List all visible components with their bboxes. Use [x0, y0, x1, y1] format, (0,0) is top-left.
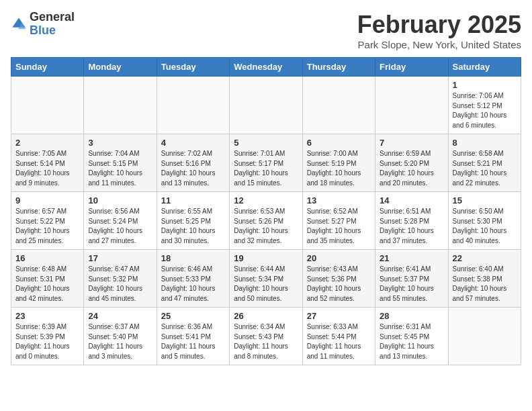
calendar-cell: 25Sunrise: 6:36 AMSunset: 5:41 PMDayligh…	[157, 308, 229, 365]
calendar-day-header: Thursday	[302, 58, 375, 77]
day-info: Sunrise: 6:53 AMSunset: 5:26 PMDaylight:…	[234, 207, 298, 246]
calendar-cell: 14Sunrise: 6:51 AMSunset: 5:28 PMDayligh…	[375, 192, 448, 250]
day-number: 3	[88, 138, 152, 148]
day-number: 10	[88, 195, 152, 205]
day-info: Sunrise: 6:58 AMSunset: 5:21 PMDaylight:…	[453, 149, 517, 188]
calendar-cell: 1Sunrise: 7:06 AMSunset: 5:12 PMDaylight…	[448, 77, 521, 134]
calendar-cell: 22Sunrise: 6:40 AMSunset: 5:38 PMDayligh…	[448, 250, 521, 308]
calendar-week-row: 9Sunrise: 6:57 AMSunset: 5:22 PMDaylight…	[11, 192, 521, 250]
logo-icon	[11, 16, 27, 32]
calendar-cell: 15Sunrise: 6:50 AMSunset: 5:30 PMDayligh…	[448, 192, 521, 250]
calendar-cell: 27Sunrise: 6:33 AMSunset: 5:44 PMDayligh…	[302, 308, 375, 365]
calendar-day-header: Sunday	[11, 58, 84, 77]
calendar-day-header: Wednesday	[230, 58, 302, 77]
day-number: 9	[15, 195, 79, 205]
day-number: 8	[453, 138, 517, 148]
calendar-cell: 5Sunrise: 7:01 AMSunset: 5:17 PMDaylight…	[230, 134, 302, 192]
calendar-cell: 8Sunrise: 6:58 AMSunset: 5:21 PMDaylight…	[448, 134, 521, 192]
calendar-cell: 28Sunrise: 6:31 AMSunset: 5:45 PMDayligh…	[375, 308, 448, 365]
day-number: 5	[234, 138, 298, 148]
day-number: 14	[380, 195, 443, 205]
day-number: 25	[161, 311, 225, 321]
day-info: Sunrise: 6:37 AMSunset: 5:40 PMDaylight:…	[88, 322, 152, 361]
day-number: 2	[15, 138, 79, 148]
day-info: Sunrise: 6:47 AMSunset: 5:32 PMDaylight:…	[88, 265, 152, 304]
day-number: 16	[15, 253, 79, 263]
day-info: Sunrise: 6:41 AMSunset: 5:37 PMDaylight:…	[380, 265, 443, 304]
calendar-cell	[375, 77, 448, 134]
day-number: 22	[453, 253, 517, 263]
calendar-cell: 20Sunrise: 6:43 AMSunset: 5:36 PMDayligh…	[302, 250, 375, 308]
day-info: Sunrise: 6:57 AMSunset: 5:22 PMDaylight:…	[15, 207, 79, 246]
day-number: 1	[453, 80, 517, 90]
calendar-week-row: 16Sunrise: 6:48 AMSunset: 5:31 PMDayligh…	[11, 250, 521, 308]
calendar-cell: 11Sunrise: 6:55 AMSunset: 5:25 PMDayligh…	[157, 192, 229, 250]
calendar-cell: 18Sunrise: 6:46 AMSunset: 5:33 PMDayligh…	[157, 250, 229, 308]
day-info: Sunrise: 6:31 AMSunset: 5:45 PMDaylight:…	[380, 322, 443, 361]
day-number: 21	[380, 253, 443, 263]
day-number: 13	[307, 195, 371, 205]
page-header: General Blue February 2025 Park Slope, N…	[11, 11, 521, 50]
calendar-cell: 7Sunrise: 6:59 AMSunset: 5:20 PMDaylight…	[375, 134, 448, 192]
day-number: 18	[161, 253, 225, 263]
calendar-cell: 4Sunrise: 7:02 AMSunset: 5:16 PMDaylight…	[157, 134, 229, 192]
calendar-day-header: Saturday	[448, 58, 521, 77]
day-info: Sunrise: 6:39 AMSunset: 5:39 PMDaylight:…	[15, 322, 79, 361]
day-number: 28	[380, 311, 443, 321]
day-info: Sunrise: 7:04 AMSunset: 5:15 PMDaylight:…	[88, 149, 152, 188]
calendar-cell: 9Sunrise: 6:57 AMSunset: 5:22 PMDaylight…	[11, 192, 84, 250]
day-info: Sunrise: 6:43 AMSunset: 5:36 PMDaylight:…	[307, 265, 371, 304]
calendar-day-header: Monday	[84, 58, 157, 77]
day-info: Sunrise: 6:52 AMSunset: 5:27 PMDaylight:…	[307, 207, 371, 246]
logo: General Blue	[11, 11, 75, 38]
calendar-week-row: 1Sunrise: 7:06 AMSunset: 5:12 PMDaylight…	[11, 77, 521, 134]
title-section: February 2025 Park Slope, New York, Unit…	[357, 11, 521, 50]
day-info: Sunrise: 7:05 AMSunset: 5:14 PMDaylight:…	[15, 149, 79, 188]
calendar-cell: 6Sunrise: 7:00 AMSunset: 5:19 PMDaylight…	[302, 134, 375, 192]
day-info: Sunrise: 6:36 AMSunset: 5:41 PMDaylight:…	[161, 322, 225, 361]
calendar-cell	[11, 77, 84, 134]
calendar-cell: 10Sunrise: 6:56 AMSunset: 5:24 PMDayligh…	[84, 192, 157, 250]
day-info: Sunrise: 6:46 AMSunset: 5:33 PMDaylight:…	[161, 265, 225, 304]
calendar-cell	[448, 308, 521, 365]
calendar-cell: 16Sunrise: 6:48 AMSunset: 5:31 PMDayligh…	[11, 250, 84, 308]
day-info: Sunrise: 6:56 AMSunset: 5:24 PMDaylight:…	[88, 207, 152, 246]
calendar-cell	[230, 77, 302, 134]
day-number: 7	[380, 138, 443, 148]
day-info: Sunrise: 6:34 AMSunset: 5:43 PMDaylight:…	[234, 322, 298, 361]
calendar-table: SundayMondayTuesdayWednesdayThursdayFrid…	[11, 57, 521, 365]
calendar-cell	[157, 77, 229, 134]
logo-blue-text: Blue	[30, 24, 56, 37]
day-info: Sunrise: 6:40 AMSunset: 5:38 PMDaylight:…	[453, 265, 517, 304]
day-number: 12	[234, 195, 298, 205]
day-number: 11	[161, 195, 225, 205]
calendar-cell: 21Sunrise: 6:41 AMSunset: 5:37 PMDayligh…	[375, 250, 448, 308]
calendar-cell: 23Sunrise: 6:39 AMSunset: 5:39 PMDayligh…	[11, 308, 84, 365]
calendar-cell: 12Sunrise: 6:53 AMSunset: 5:26 PMDayligh…	[230, 192, 302, 250]
calendar-day-header: Friday	[375, 58, 448, 77]
day-info: Sunrise: 7:06 AMSunset: 5:12 PMDaylight:…	[453, 91, 517, 130]
calendar-week-row: 23Sunrise: 6:39 AMSunset: 5:39 PMDayligh…	[11, 308, 521, 365]
day-number: 20	[307, 253, 371, 263]
day-info: Sunrise: 6:48 AMSunset: 5:31 PMDaylight:…	[15, 265, 79, 304]
calendar-cell: 3Sunrise: 7:04 AMSunset: 5:15 PMDaylight…	[84, 134, 157, 192]
calendar-cell	[84, 77, 157, 134]
day-info: Sunrise: 6:51 AMSunset: 5:28 PMDaylight:…	[380, 207, 443, 246]
calendar-cell: 19Sunrise: 6:44 AMSunset: 5:34 PMDayligh…	[230, 250, 302, 308]
day-info: Sunrise: 6:50 AMSunset: 5:30 PMDaylight:…	[453, 207, 517, 246]
day-number: 19	[234, 253, 298, 263]
day-number: 23	[15, 311, 79, 321]
day-info: Sunrise: 6:33 AMSunset: 5:44 PMDaylight:…	[307, 322, 371, 361]
calendar-cell	[302, 77, 375, 134]
day-number: 26	[234, 311, 298, 321]
day-number: 27	[307, 311, 371, 321]
day-number: 4	[161, 138, 225, 148]
day-info: Sunrise: 7:02 AMSunset: 5:16 PMDaylight:…	[161, 149, 225, 188]
calendar-week-row: 2Sunrise: 7:05 AMSunset: 5:14 PMDaylight…	[11, 134, 521, 192]
day-info: Sunrise: 6:44 AMSunset: 5:34 PMDaylight:…	[234, 265, 298, 304]
day-number: 6	[307, 138, 371, 148]
calendar-title: February 2025	[357, 11, 521, 39]
logo-general-text: General	[30, 10, 75, 24]
calendar-subtitle: Park Slope, New York, United States	[357, 39, 521, 50]
calendar-cell: 13Sunrise: 6:52 AMSunset: 5:27 PMDayligh…	[302, 192, 375, 250]
